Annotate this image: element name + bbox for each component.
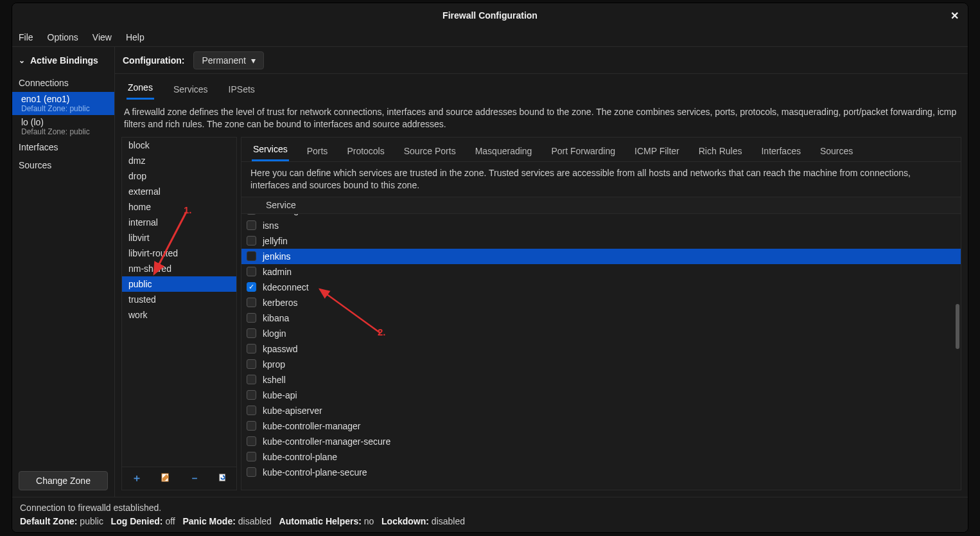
service-name: kube-control-plane	[263, 452, 337, 462]
zones-description: A firewalld zone defines the level of tr…	[115, 100, 968, 137]
service-row[interactable]: kprop	[241, 357, 961, 372]
subtab-interfaces[interactable]: Interfaces	[760, 141, 801, 161]
configuration-dropdown[interactable]: Permanent ▾	[193, 51, 263, 69]
service-checkbox[interactable]	[247, 214, 256, 215]
menu-view[interactable]: View	[92, 32, 112, 42]
service-checkbox[interactable]	[247, 251, 256, 261]
service-name: jellyfin	[263, 236, 288, 246]
sidebar: ⌄ Active Bindings Connections eno1 (eno1…	[12, 47, 115, 497]
zone-item[interactable]: libvirt-routed	[122, 246, 236, 261]
service-checkbox[interactable]	[247, 452, 256, 461]
service-row[interactable]: kadmin	[241, 264, 961, 280]
service-row[interactable]: kube-controller-manager-secure	[241, 434, 961, 449]
dropdown-caret-icon: ▾	[251, 55, 256, 66]
edit-zone-icon[interactable]	[161, 472, 171, 485]
zone-list[interactable]: blockdmzdropexternalhomeinternallibvirtl…	[122, 138, 236, 467]
zone-item[interactable]: dmz	[122, 153, 236, 168]
connection-subtext: Default Zone: public	[21, 127, 105, 136]
zone-item[interactable]: internal	[122, 215, 236, 230]
active-bindings-toggle[interactable]: ⌄ Active Bindings	[12, 47, 114, 74]
interfaces-header[interactable]: Interfaces	[12, 138, 114, 156]
service-row[interactable]: kube-api	[241, 388, 961, 403]
service-row[interactable]: kibana	[241, 310, 961, 326]
service-checkbox[interactable]	[247, 220, 256, 230]
service-row[interactable]: kshell	[241, 372, 961, 388]
service-row[interactable]: jenkins	[241, 249, 961, 264]
service-name: kpasswd	[263, 344, 297, 354]
configuration-label: Configuration:	[123, 55, 184, 66]
subtab-rich-rules[interactable]: Rich Rules	[697, 141, 744, 161]
service-checkbox[interactable]	[247, 236, 256, 246]
service-row[interactable]: kube-control-plane	[241, 449, 961, 465]
service-checkbox[interactable]	[247, 467, 256, 477]
zone-item[interactable]: external	[122, 184, 236, 199]
service-checkbox[interactable]	[247, 344, 256, 353]
zone-item[interactable]: nm-shared	[122, 261, 236, 276]
service-checkbox[interactable]	[247, 375, 256, 384]
service-row[interactable]: jellyfin	[241, 233, 961, 249]
service-row[interactable]: kube-control-plane-secure	[241, 465, 961, 480]
service-name: klogin	[263, 328, 286, 339]
service-row[interactable]: isns	[241, 218, 961, 233]
subtab-port-forwarding[interactable]: Port Forwarding	[550, 141, 617, 161]
titlebar: Firewall Configuration ✕	[12, 3, 968, 28]
service-row[interactable]: kerberos	[241, 295, 961, 310]
subtab-ports[interactable]: Ports	[306, 141, 329, 161]
service-checkbox[interactable]	[247, 421, 256, 431]
subtab-protocols[interactable]: Protocols	[346, 141, 385, 161]
change-zone-button[interactable]: Change Zone	[19, 471, 108, 490]
service-name: isns	[263, 220, 279, 231]
status-log-denied-label: Log Denied:	[111, 516, 163, 526]
menubar: File Options View Help	[12, 28, 968, 47]
zone-item[interactable]: home	[122, 199, 236, 215]
service-row[interactable]: klogin	[241, 326, 961, 341]
reload-zone-icon[interactable]	[218, 473, 227, 485]
service-checkbox[interactable]	[247, 359, 256, 369]
scrollbar[interactable]	[956, 304, 959, 349]
service-checkbox[interactable]	[247, 267, 256, 276]
sources-header[interactable]: Sources	[12, 156, 114, 174]
zone-item[interactable]: block	[122, 138, 236, 153]
tab-services[interactable]: Services	[172, 79, 209, 100]
zone-item[interactable]: libvirt	[122, 230, 236, 246]
service-row[interactable]: kpasswd	[241, 341, 961, 357]
zone-item[interactable]: work	[122, 307, 236, 323]
service-name: kube-controller-manager	[263, 421, 361, 431]
connection-item[interactable]: eno1 (eno1)Default Zone: public	[12, 92, 114, 115]
zone-item[interactable]: trusted	[122, 292, 236, 307]
status-lockdown-label: Lockdown:	[381, 516, 429, 526]
status-lockdown: disabled	[432, 516, 465, 526]
menu-file[interactable]: File	[19, 32, 33, 42]
service-checkbox[interactable]	[247, 328, 256, 338]
tab-ipsets[interactable]: IPSets	[227, 79, 256, 100]
service-row[interactable]: kube-apiserver	[241, 403, 961, 418]
service-list[interactable]: iscsi-targetisnsjellyfinjenkinskadmin✓kd…	[241, 214, 961, 490]
service-checkbox[interactable]	[247, 298, 256, 307]
tab-zones[interactable]: Zones	[127, 77, 154, 100]
remove-zone-icon[interactable]: －	[189, 472, 200, 485]
add-zone-icon[interactable]: ＋	[132, 472, 142, 485]
subtab-sources[interactable]: Sources	[819, 141, 854, 161]
zone-item[interactable]: drop	[122, 168, 236, 184]
close-icon[interactable]: ✕	[947, 8, 961, 22]
service-name: iscsi-target	[263, 214, 306, 215]
service-checkbox[interactable]	[247, 313, 256, 323]
service-checkbox[interactable]	[247, 406, 256, 415]
services-description: Here you can define which services are t…	[241, 162, 961, 197]
connection-item[interactable]: lo (lo)Default Zone: public	[12, 115, 114, 138]
menu-help[interactable]: Help	[126, 32, 144, 42]
subtab-services[interactable]: Services	[252, 139, 289, 161]
service-checkbox[interactable]	[247, 436, 256, 446]
zone-item[interactable]: public	[122, 276, 236, 292]
service-checkbox[interactable]	[247, 390, 256, 400]
subtab-masquerading[interactable]: Masquerading	[474, 141, 534, 161]
subtab-icmp-filter[interactable]: ICMP Filter	[633, 141, 681, 161]
subtab-source-ports[interactable]: Source Ports	[403, 141, 457, 161]
service-row[interactable]: kube-controller-manager	[241, 418, 961, 434]
service-name: kube-controller-manager-secure	[263, 436, 390, 447]
service-row[interactable]: ✓kdeconnect	[241, 280, 961, 295]
service-checkbox[interactable]: ✓	[247, 282, 256, 292]
service-name: kprop	[263, 359, 285, 370]
service-column-header[interactable]: Service	[262, 200, 296, 210]
menu-options[interactable]: Options	[48, 32, 78, 42]
